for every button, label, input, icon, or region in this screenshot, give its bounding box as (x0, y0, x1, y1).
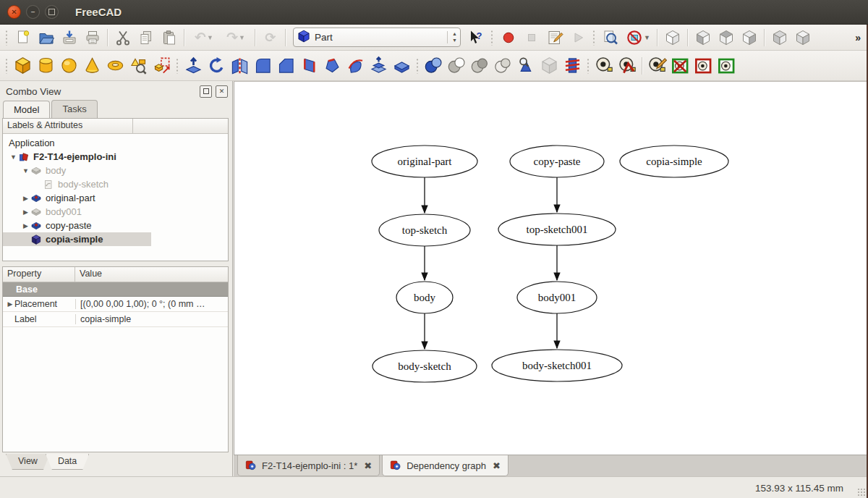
mirror-button[interactable] (229, 54, 251, 77)
property-row-placement[interactable]: ▶ Placement [(0,00 0,00 1,00); 0 °; (0 m… (3, 297, 228, 312)
paste-button[interactable] (158, 27, 180, 48)
cut-button[interactable] (112, 27, 134, 48)
tree-item-copy-paste[interactable]: ▶copy-paste (3, 219, 228, 232)
view-bottom-button[interactable] (792, 27, 814, 48)
measure-annotations-button[interactable] (646, 54, 668, 77)
toolbar-grip[interactable] (5, 30, 9, 46)
dock-float-button[interactable] (200, 85, 212, 98)
macro-record-button[interactable] (498, 27, 519, 48)
dropdown-arrow-icon[interactable]: ▼ (644, 34, 650, 41)
print-button[interactable] (82, 27, 103, 48)
view-axonometric-button[interactable] (662, 27, 684, 48)
fit-all-button[interactable] (600, 27, 621, 48)
thickness-button[interactable] (391, 54, 413, 77)
tree-expander-icon[interactable]: ▶ (21, 222, 30, 229)
primitive-sphere-button[interactable] (58, 54, 80, 77)
tab-dependency-graph[interactable]: Dependency graph ✖ (382, 455, 509, 476)
copy-button[interactable] (135, 27, 157, 48)
minimize-button[interactable]: – (26, 5, 40, 19)
view-front-button[interactable] (692, 27, 714, 48)
tab-data[interactable]: Data (46, 454, 89, 470)
boolean-intersection-button[interactable] (469, 54, 491, 77)
tree-item-copia-simple[interactable]: copia-simple (3, 232, 151, 246)
toolbar-grip[interactable] (416, 58, 420, 74)
tree-item-body-sketch[interactable]: body-sketch (3, 177, 228, 191)
dropdown-arrow-icon[interactable]: ▼ (207, 34, 213, 41)
tab-document-3d-view[interactable]: F2-T14-ejemplo-ini : 1* ✖ (237, 455, 380, 476)
toggle-measurement-3d-button[interactable] (692, 54, 715, 77)
section-button[interactable] (492, 54, 514, 77)
check-geometry-button[interactable] (515, 54, 537, 77)
chamfer-button[interactable] (275, 54, 297, 77)
graph-node-top-sketch001[interactable]: top-sketch001 (498, 214, 616, 245)
graph-node-body-sketch001[interactable]: body-sketch001 (492, 350, 622, 381)
save-document-button[interactable] (59, 27, 80, 48)
draw-style-button[interactable]: ▼ (623, 27, 653, 48)
loft-button[interactable] (321, 54, 344, 77)
clear-measurement-button[interactable] (669, 54, 692, 77)
extrude-button[interactable] (182, 54, 205, 77)
resize-grip[interactable] (857, 488, 866, 497)
placement-value[interactable]: [(0,00 0,00 1,00); 0 °; (0 mm … (75, 299, 228, 309)
shape-builder-button[interactable] (127, 54, 150, 77)
close-tab-icon[interactable]: ✖ (364, 460, 372, 471)
toolbar-grip[interactable] (490, 30, 494, 46)
tree-root-application[interactable]: Application (3, 136, 228, 150)
graph-node-copy-paste[interactable]: copy-paste (510, 145, 604, 177)
expand-arrow-icon[interactable]: ▶ (6, 300, 14, 308)
tree-expander-icon[interactable]: ▼ (21, 167, 30, 174)
view-rear-button[interactable] (769, 27, 791, 48)
tree-item-F2-T14-ejemplo-ini[interactable]: ▼F2-T14-ejemplo-ini (3, 150, 228, 164)
close-button[interactable]: ✕ (7, 5, 21, 19)
fillet-button[interactable] (252, 54, 274, 77)
ruled-surface-button[interactable] (298, 54, 320, 77)
primitive-torus-button[interactable] (104, 54, 127, 77)
tab-tasks[interactable]: Tasks (51, 100, 97, 118)
toolbar-grip[interactable] (592, 30, 596, 46)
tree-item-body[interactable]: ▼body (3, 164, 228, 177)
tree-item-body001[interactable]: ▶body001 (3, 205, 228, 219)
measure-linear-button[interactable] (593, 54, 616, 77)
cross-sections-button[interactable] (561, 54, 584, 77)
toolbar-overflow-button[interactable]: » (851, 32, 865, 43)
view-right-button[interactable] (739, 27, 760, 48)
tree-item-original-part[interactable]: ▶original-part (3, 191, 228, 205)
graph-node-body001[interactable]: body001 (517, 282, 597, 313)
graph-node-body[interactable]: body (396, 282, 453, 313)
open-document-button[interactable] (35, 27, 57, 48)
maximize-button[interactable] (45, 5, 59, 19)
graph-node-body-sketch[interactable]: body-sketch (373, 350, 477, 382)
revolve-button[interactable] (205, 54, 228, 77)
primitive-box-button[interactable] (12, 54, 34, 77)
boolean-union-button[interactable] (422, 54, 445, 77)
scale-transform-button[interactable] (150, 54, 173, 77)
primitive-cone-button[interactable] (81, 54, 103, 77)
label-value[interactable]: copia-simple (75, 314, 228, 324)
tree-expander-icon[interactable]: ▶ (21, 195, 30, 202)
toolbar-grip[interactable] (5, 58, 9, 74)
toolbar-grip[interactable] (176, 58, 179, 74)
toolbar-grip[interactable] (587, 58, 590, 74)
whats-this-button[interactable]: ? (465, 27, 487, 48)
graph-node-top-sketch[interactable]: top-sketch (379, 214, 470, 246)
new-document-button[interactable] (12, 27, 34, 48)
measure-angular-button[interactable] (616, 54, 639, 77)
view-top-button[interactable] (715, 27, 737, 48)
dropdown-arrow-icon[interactable]: ▼ (239, 34, 245, 41)
tab-view[interactable]: View (6, 454, 50, 470)
graph-node-original-part[interactable]: original-part (372, 145, 477, 177)
offset-button[interactable] (367, 54, 390, 77)
tree-expander-icon[interactable]: ▶ (21, 208, 30, 216)
workbench-selector[interactable]: Part▲▼ (293, 28, 461, 47)
property-group-base[interactable]: Base (3, 282, 228, 297)
close-tab-icon[interactable]: ✖ (493, 460, 501, 471)
graph-node-copia-simple[interactable]: copia-simple (620, 145, 728, 177)
boolean-cut-button[interactable] (446, 54, 468, 77)
workbench-spinner-icon[interactable]: ▲▼ (447, 31, 457, 43)
dock-close-button[interactable]: ✕ (216, 85, 228, 98)
macro-edit-button[interactable] (544, 27, 566, 48)
primitive-cylinder-button[interactable] (35, 54, 57, 77)
dependency-graph-canvas[interactable]: original-partcopy-pastecopia-simpletop-s… (234, 81, 868, 455)
toggle-measurement-delta-button[interactable] (715, 54, 738, 77)
sweep-button[interactable] (344, 54, 367, 77)
